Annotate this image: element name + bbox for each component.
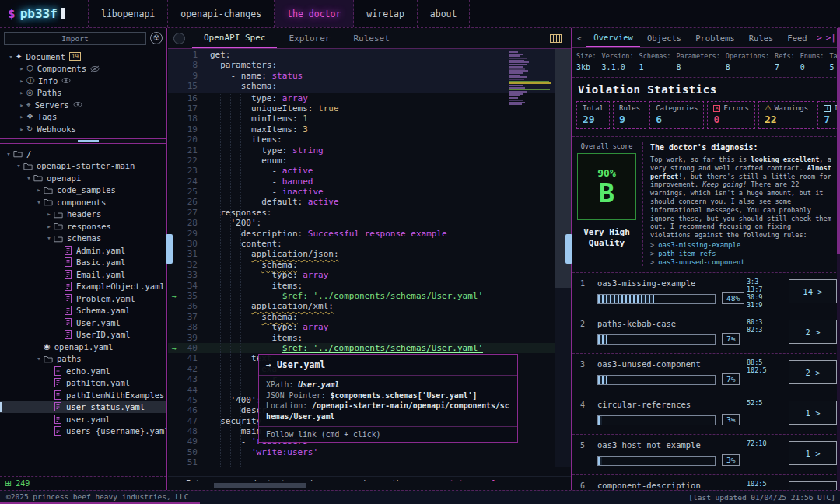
code-line[interactable]: 27 responses: xyxy=(168,208,571,218)
code-line[interactable]: 18 minItems: 1 xyxy=(168,114,571,124)
tree-item-document[interactable]: ▾✦Document19 xyxy=(0,51,166,63)
tree-item-openapi-starter-main[interactable]: ▾openapi-starter-main xyxy=(0,160,166,173)
tree-item-echo-yaml[interactable]: echo.yaml xyxy=(0,365,166,377)
tree-item-email-yaml[interactable]: Email.yaml xyxy=(0,268,166,281)
rule-location[interactable]: 82:3 xyxy=(747,326,762,334)
code-line[interactable]: 20 items: xyxy=(168,135,571,145)
tree-item-pathitemwithexamples-yaml[interactable]: pathItemWithExamples.yaml xyxy=(0,389,166,401)
right-panel-scrollbar[interactable] xyxy=(837,28,840,490)
eye-icon[interactable] xyxy=(73,101,82,108)
file-tree-scroll-thumb[interactable] xyxy=(166,234,173,264)
code-line[interactable]: 32 schema: xyxy=(168,260,571,270)
tree-item-userid-yaml[interactable]: UserID.yaml xyxy=(0,329,166,341)
diagnosis-link-oas3-missing-example[interactable]: >oas3-missing-example xyxy=(650,241,833,250)
code-line[interactable]: 25 - inactive xyxy=(168,187,571,197)
diagnosis-link-oas3-unused-component[interactable]: >oas3-unused-component xyxy=(650,258,833,267)
rule-count-button[interactable]: 2 > xyxy=(789,360,837,384)
rule-location[interactable]: 80:3 xyxy=(747,318,762,326)
rule-location[interactable]: 102:5 xyxy=(747,480,767,488)
code-editor[interactable]: 1get:8 parameters:9 - name: status15 sch… xyxy=(168,49,571,467)
code-line[interactable]: 39 items: xyxy=(168,333,571,343)
tree-item-users-username-yaml[interactable]: users_{username}.yaml xyxy=(0,425,166,438)
tree-item-openapi[interactable]: ▾openapi xyxy=(0,172,166,184)
right-panel-vscroll-thumb[interactable] xyxy=(565,234,572,264)
rule-count-button[interactable]: 1 > xyxy=(789,441,837,465)
code-line[interactable]: 30 content: xyxy=(168,239,571,249)
rule-location[interactable]: 30:9 xyxy=(747,293,762,301)
rule-location[interactable]: 72:10 xyxy=(747,439,767,447)
editor-horizontal-scrollbar[interactable] xyxy=(168,481,555,490)
rule-count-button[interactable]: 1 > xyxy=(789,481,837,490)
editor-hscroll-thumb[interactable] xyxy=(214,483,306,488)
radiation-icon[interactable]: ☢ xyxy=(150,32,163,44)
code-line[interactable]: 28 '200': xyxy=(168,218,571,228)
rule-locations[interactable]: 52:5 xyxy=(747,399,762,407)
minimap[interactable] xyxy=(509,51,551,109)
tree-item-basic-yaml[interactable]: Basic.yaml xyxy=(0,257,166,269)
rule-locations[interactable]: 80:382:3 xyxy=(747,318,762,334)
pb33f-logo[interactable]: $pb33f xyxy=(0,0,89,27)
panel-tab-overview[interactable]: Overview xyxy=(586,28,640,47)
tree-item-paths[interactable]: ▾paths xyxy=(0,353,166,366)
editor-tab-ruleset[interactable]: Ruleset xyxy=(341,28,401,48)
tabs-scroll-right-icon[interactable]: > xyxy=(817,33,822,43)
tree-item-webhooks[interactable]: ▸↻Webhooks xyxy=(0,123,166,135)
import-button[interactable]: Import xyxy=(4,32,146,45)
code-line[interactable]: 50 - 'write:users' xyxy=(168,447,571,457)
rule-count-button[interactable]: 2 > xyxy=(789,320,837,344)
rule-location[interactable]: 13:7 xyxy=(747,285,762,293)
rule-locations[interactable]: 3:313:730:931:9 xyxy=(747,278,762,309)
code-line[interactable]: 51 xyxy=(168,457,571,467)
panel-tab-problems[interactable]: Problems xyxy=(688,28,742,47)
code-line[interactable]: 21 type: string xyxy=(168,145,571,156)
topbar-tab-openapi-changes[interactable]: openapi-changes xyxy=(168,0,275,27)
right-panel-scroll-thumb[interactable] xyxy=(837,28,840,254)
code-line[interactable]: 26 default: active xyxy=(168,197,571,207)
rule-location[interactable]: 31:9 xyxy=(747,301,762,309)
splitter-handle[interactable] xyxy=(78,140,99,142)
diagnosis-link-path-item-refs[interactable]: >path-item-refs xyxy=(650,250,833,258)
code-line[interactable]: →35 $ref: '../components/schemas/User.ya… xyxy=(168,291,571,301)
editor-tab-openapi-spec[interactable]: OpenAPI Spec xyxy=(192,28,277,48)
eye-off-icon[interactable] xyxy=(90,65,100,72)
tree-item-user-yaml[interactable]: User.yaml xyxy=(0,317,166,329)
tree-splitter[interactable] xyxy=(0,138,166,144)
rule-count-button[interactable]: 1 > xyxy=(789,401,837,425)
panel-tab-rules[interactable]: Rules xyxy=(742,28,781,47)
panel-tab-objects[interactable]: Objects xyxy=(640,28,688,47)
code-line[interactable]: →40 $ref: '../components/schemas/User.ya… xyxy=(168,343,571,353)
rule-locations[interactable]: 102:5 xyxy=(747,480,767,488)
tree-item-[interactable]: ▾/ xyxy=(0,148,166,160)
code-line[interactable]: 22 enum: xyxy=(168,156,571,166)
tabs-scroll-end-icon[interactable]: >| xyxy=(826,33,836,43)
code-line[interactable]: 31 application/json: xyxy=(168,249,571,259)
code-line[interactable]: 33 type: array xyxy=(168,270,571,280)
tree-item-schemas[interactable]: ▾schemas xyxy=(0,233,166,245)
layout-columns-icon[interactable] xyxy=(550,34,562,43)
topbar-tab-libopenapi[interactable]: libopenapi xyxy=(89,0,168,27)
tree-item-exampleobject-yaml[interactable]: ExampleObject.yaml xyxy=(0,281,166,293)
tabs-scroll-left-icon[interactable]: < xyxy=(572,33,586,43)
rule-locations[interactable]: 88:5102:5 xyxy=(747,359,767,374)
tree-item-components[interactable]: ▸⬡Components xyxy=(0,63,166,75)
code-line[interactable]: 38 type: array xyxy=(168,322,571,332)
tree-item-info[interactable]: ▸ⓘInfo xyxy=(0,75,166,87)
tree-item-components[interactable]: ▾components xyxy=(0,196,166,208)
rule-location[interactable]: 3:3 xyxy=(747,278,762,285)
tree-item-user-yaml[interactable]: user.yaml xyxy=(0,413,166,425)
tree-item-admin-yaml[interactable]: Admin.yaml xyxy=(0,244,166,257)
tree-item-tags[interactable]: ▸❖Tags xyxy=(0,111,166,124)
code-line[interactable]: 19 maxItems: 3 xyxy=(168,124,571,135)
rule-location[interactable]: 52:5 xyxy=(747,399,762,407)
eye-icon[interactable] xyxy=(61,77,71,84)
tree-item-problem-yaml[interactable]: Problem.yaml xyxy=(0,292,166,305)
topbar-tab-about[interactable]: about xyxy=(418,0,471,27)
rule-locations[interactable]: 72:10 xyxy=(747,439,767,447)
tree-item-openapi-yaml[interactable]: ◉openapi.yaml xyxy=(0,341,166,353)
code-line[interactable]: 23 - active xyxy=(168,166,571,176)
rule-location[interactable]: 88:5 xyxy=(747,359,767,366)
code-line[interactable]: 37 schema: xyxy=(168,312,571,322)
code-line[interactable]: 36 application/xml: xyxy=(168,301,571,311)
editor-tab-explorer[interactable]: Explorer xyxy=(277,28,341,48)
tree-item-paths[interactable]: ▸◎Paths xyxy=(0,87,166,100)
